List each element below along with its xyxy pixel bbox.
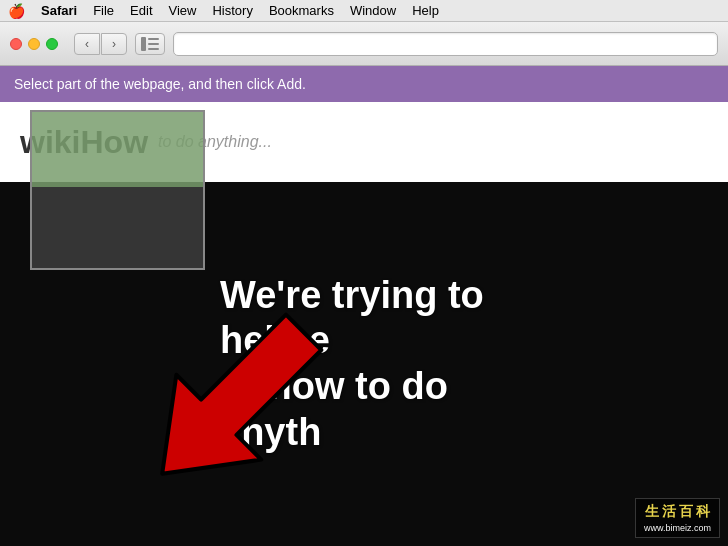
traffic-lights bbox=[10, 38, 58, 50]
watermark-chars: 生 活 百 科 bbox=[645, 503, 710, 521]
svg-rect-1 bbox=[148, 38, 159, 40]
menu-bar: 🍎 Safari File Edit View History Bookmark… bbox=[0, 0, 728, 22]
selection-box-top bbox=[32, 112, 203, 187]
menu-edit[interactable]: Edit bbox=[130, 3, 152, 18]
toolbar: ‹ › bbox=[0, 22, 728, 66]
selection-box-bottom bbox=[32, 187, 203, 270]
red-arrow bbox=[100, 266, 380, 526]
notification-bar: Select part of the webpage, and then cli… bbox=[0, 66, 728, 102]
menu-safari[interactable]: Safari bbox=[41, 3, 77, 18]
watermark-char-3: 百 bbox=[679, 503, 693, 521]
menu-file[interactable]: File bbox=[93, 3, 114, 18]
watermark: 生 活 百 科 www.bimeiz.com bbox=[635, 498, 720, 538]
apple-menu[interactable]: 🍎 bbox=[8, 3, 25, 19]
menu-bookmarks[interactable]: Bookmarks bbox=[269, 3, 334, 18]
svg-marker-4 bbox=[120, 290, 346, 516]
watermark-url: www.bimeiz.com bbox=[644, 523, 711, 533]
menu-help[interactable]: Help bbox=[412, 3, 439, 18]
menu-window[interactable]: Window bbox=[350, 3, 396, 18]
svg-rect-2 bbox=[148, 43, 159, 45]
menu-history[interactable]: History bbox=[212, 3, 252, 18]
main-content: wikiHow to do anything... We're trying t… bbox=[0, 102, 728, 546]
notification-text: Select part of the webpage, and then cli… bbox=[14, 76, 306, 92]
watermark-char-2: 活 bbox=[662, 503, 676, 521]
forward-button[interactable]: › bbox=[101, 33, 127, 55]
sidebar-icon bbox=[141, 37, 159, 51]
menu-view[interactable]: View bbox=[169, 3, 197, 18]
sidebar-toggle-button[interactable] bbox=[135, 33, 165, 55]
svg-rect-0 bbox=[141, 37, 146, 51]
watermark-char-1: 生 bbox=[645, 503, 659, 521]
watermark-char-4: 科 bbox=[696, 503, 710, 521]
selection-box bbox=[30, 110, 205, 270]
svg-rect-3 bbox=[148, 48, 159, 50]
minimize-button[interactable] bbox=[28, 38, 40, 50]
maximize-button[interactable] bbox=[46, 38, 58, 50]
nav-buttons: ‹ › bbox=[74, 33, 127, 55]
address-bar[interactable] bbox=[173, 32, 718, 56]
close-button[interactable] bbox=[10, 38, 22, 50]
back-button[interactable]: ‹ bbox=[74, 33, 100, 55]
